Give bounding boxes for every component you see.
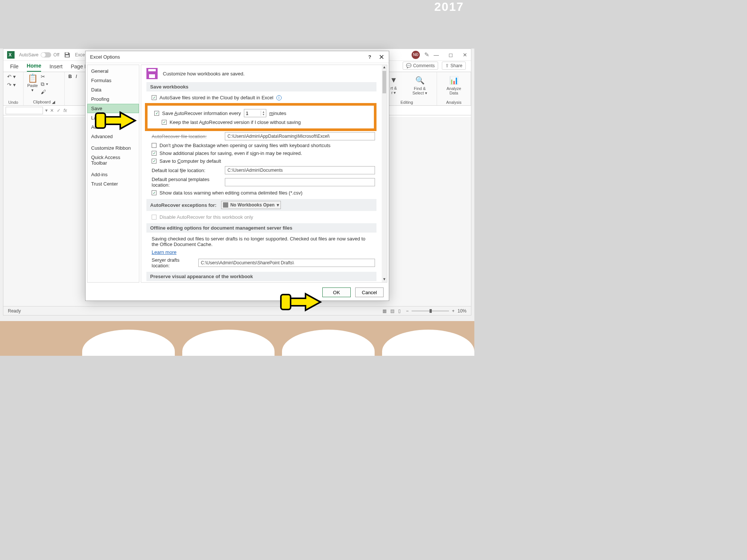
scroll-thumb[interactable] [382, 71, 386, 93]
sidebar-item-general[interactable]: General [87, 66, 139, 76]
enter-formula-icon[interactable]: ✓ [57, 108, 61, 113]
view-pagelayout-icon[interactable]: ▤ [390, 308, 394, 314]
view-normal-icon[interactable]: ▦ [382, 308, 387, 314]
svg-rect-1 [65, 55, 69, 57]
paste-button[interactable]: 📋 Paste ▾ [27, 74, 38, 93]
zoom-out-icon[interactable]: − [406, 308, 409, 314]
content-scrollbar[interactable]: ▲ ▼ [382, 65, 387, 282]
spin-up-icon[interactable]: ▲ [261, 111, 266, 113]
dialog-title: Excel Options [90, 54, 120, 60]
copy-icon[interactable]: ⧉ ▾ [41, 81, 48, 87]
share-button[interactable]: ⇪ Share [442, 62, 466, 70]
autorecover-minutes-input[interactable] [244, 111, 261, 116]
autosave-label: AutoSave [19, 52, 38, 57]
input-server-drafts[interactable] [198, 259, 375, 267]
name-box-dropdown-icon[interactable]: ▾ [45, 108, 48, 113]
tab-insert[interactable]: Insert [49, 63, 62, 72]
analyze-icon: 📊 [442, 76, 465, 85]
sidebar-item-trust-center[interactable]: Trust Center [87, 179, 139, 189]
help-icon[interactable]: ? [368, 54, 371, 60]
clipboard-icon: 📋 [28, 74, 38, 83]
find-select-button[interactable]: 🔍Find & Select ▾ [407, 74, 433, 98]
options-content: Customize how workbooks are saved. Save … [141, 65, 387, 283]
sidebar-item-language[interactable]: Lan [87, 113, 139, 122]
sidebar-item-advanced[interactable]: Advanced [87, 132, 139, 141]
italic-icon[interactable]: I [75, 74, 77, 79]
section-offline: Offline editing options for document man… [146, 223, 376, 233]
chk-save-autorecover[interactable] [154, 111, 159, 116]
sidebar-item-proofing[interactable]: Proofing [87, 94, 139, 104]
zoom-in-icon[interactable]: + [452, 308, 455, 314]
toggle-switch-icon[interactable] [41, 52, 51, 57]
user-avatar[interactable]: NĐ [412, 51, 420, 59]
chk-show-dataloss[interactable] [152, 190, 156, 195]
sidebar-item-accessibility[interactable]: Acc [87, 122, 139, 132]
sidebar-item-formulas[interactable]: Formulas [87, 76, 139, 85]
chevron-down-icon: ▾ [31, 88, 34, 93]
lbl-dont-show-backstage: Don't show the Backstage when opening or… [159, 143, 331, 148]
search-icon: 🔍 [408, 76, 431, 85]
dialog-footer: OK Cancel [86, 284, 389, 301]
lbl-keep-last: Keep the last AutoRecovered version if I… [170, 119, 301, 125]
input-default-local[interactable] [225, 166, 375, 174]
autosave-toggle[interactable]: AutoSave Off [19, 52, 59, 57]
dialog-titlebar: Excel Options ? ✕ [86, 51, 389, 63]
sidebar-item-data[interactable]: Data [87, 85, 139, 94]
sidebar-item-addins[interactable]: Add-ins [87, 170, 139, 179]
sidebar-item-customize-ribbon[interactable]: Customize Ribbon [87, 143, 139, 153]
cut-icon[interactable]: ✂ [41, 74, 48, 80]
minimize-icon[interactable]: — [434, 52, 439, 58]
chk-show-additional[interactable] [152, 151, 156, 156]
cancel-formula-icon[interactable]: ✕ [50, 108, 54, 113]
options-sidebar: General Formulas Data Proofing Save Lan … [87, 65, 139, 283]
maximize-icon[interactable]: ◻ [449, 52, 453, 58]
excel-options-dialog: Excel Options ? ✕ General Formulas Data … [85, 51, 389, 301]
save-icon[interactable] [64, 52, 71, 58]
close-window-icon[interactable]: ✕ [463, 52, 467, 58]
svg-rect-0 [65, 53, 68, 54]
workbook-icon [223, 202, 228, 208]
scroll-down-icon[interactable]: ▼ [382, 277, 387, 282]
font-controls[interactable]: B I [68, 74, 83, 79]
lbl-default-local: Default local file location: [152, 168, 222, 173]
lbl-minutes: minutes [269, 111, 286, 116]
spin-down-icon[interactable]: ▼ [261, 113, 266, 116]
tab-home[interactable]: Home [27, 63, 41, 72]
bold-icon[interactable]: B [68, 74, 72, 79]
close-dialog-icon[interactable]: ✕ [379, 53, 384, 61]
info-icon[interactable]: i [276, 95, 282, 100]
format-painter-icon[interactable]: 🖌 [41, 89, 48, 95]
sidebar-item-qat[interactable]: Quick Access Toolbar [87, 153, 139, 168]
scroll-up-icon[interactable]: ▲ [382, 65, 387, 70]
sidebar-item-save[interactable]: Save [87, 104, 139, 113]
name-box[interactable] [6, 107, 43, 114]
cancel-button[interactable]: Cancel [355, 287, 384, 297]
zoom-control[interactable]: − + 10% [406, 308, 467, 314]
lbl-show-dataloss: Show data loss warning when editing comm… [159, 190, 303, 196]
chk-dont-show-backstage[interactable] [152, 143, 156, 148]
chk-keep-last[interactable] [162, 120, 167, 125]
doc-name: Excel [75, 52, 86, 57]
section-preserve: Preserve visual appearance of the workbo… [146, 272, 376, 281]
chk-save-to-computer[interactable] [152, 159, 156, 164]
comments-button[interactable]: 💬 Comments [403, 62, 438, 70]
input-default-templates[interactable] [225, 178, 375, 186]
view-pagebreak-icon[interactable]: ▯ [398, 308, 401, 314]
analyze-data-button[interactable]: 📊Analyze Data [441, 74, 467, 97]
lbl-save-autorecover: Save AutoRecover information every [162, 111, 241, 116]
zoom-slider[interactable] [412, 311, 449, 311]
autorecover-minutes-spinner[interactable]: ▲▼ [244, 109, 266, 117]
input-autorecover-location[interactable] [225, 132, 375, 140]
redo-icon[interactable]: ↷ ▾ [7, 82, 19, 88]
mic-icon[interactable]: ✎ [424, 51, 429, 58]
ok-button[interactable]: OK [322, 287, 351, 297]
tab-file[interactable]: File [10, 63, 19, 72]
chk-autosave-cloud[interactable] [152, 95, 156, 100]
learn-more-link[interactable]: Learn more [152, 249, 176, 255]
chevron-down-icon: ▾ [277, 202, 279, 208]
undo-icon[interactable]: ↶ ▾ [7, 74, 19, 80]
fx-icon[interactable]: fx [63, 108, 67, 113]
group-analysis-label: Analysis [441, 99, 467, 105]
combo-exceptions-workbook[interactable]: No Workbooks Open ▾ [221, 201, 281, 209]
ribbon-right-buttons: 💬 Comments ⇪ Share [403, 62, 466, 70]
